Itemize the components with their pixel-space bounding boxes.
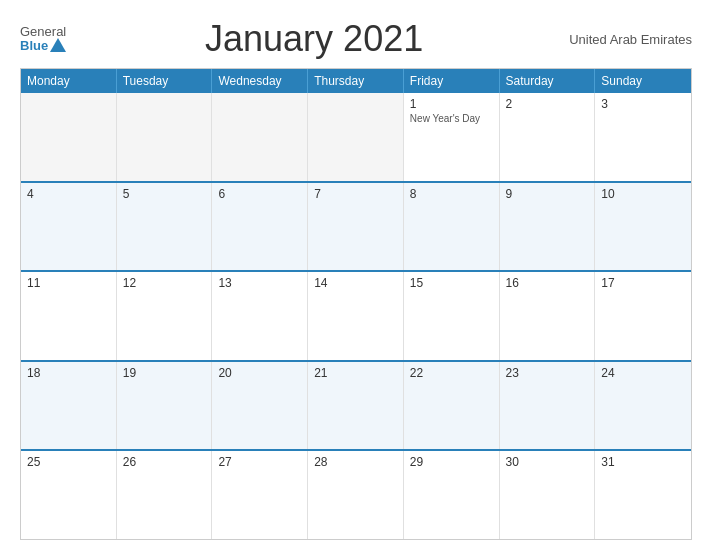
day-number: 16 [506,276,589,290]
day-number: 23 [506,366,589,380]
weekday-header-sunday: Sunday [595,69,691,93]
calendar-day-16: 16 [500,272,596,360]
calendar-week-5: 25262728293031 [21,449,691,539]
day-number: 18 [27,366,110,380]
calendar-day-4: 4 [21,183,117,271]
day-number: 28 [314,455,397,469]
calendar-day-31: 31 [595,451,691,539]
day-number: 14 [314,276,397,290]
calendar-day-25: 25 [21,451,117,539]
calendar-day-22: 22 [404,362,500,450]
calendar-week-1: 1New Year's Day23 [21,93,691,181]
day-number: 4 [27,187,110,201]
day-number: 13 [218,276,301,290]
calendar-week-3: 11121314151617 [21,270,691,360]
day-number: 27 [218,455,301,469]
calendar-week-2: 45678910 [21,181,691,271]
calendar-day-19: 19 [117,362,213,450]
day-number: 6 [218,187,301,201]
day-number: 11 [27,276,110,290]
calendar-day-3: 3 [595,93,691,181]
day-number: 2 [506,97,589,111]
day-number: 25 [27,455,110,469]
weekday-header-tuesday: Tuesday [117,69,213,93]
calendar-day-5: 5 [117,183,213,271]
weekday-header-friday: Friday [404,69,500,93]
header: General Blue January 2021 United Arab Em… [20,18,692,60]
day-number: 31 [601,455,685,469]
calendar-body: 1New Year's Day2345678910111213141516171… [21,93,691,539]
day-number: 29 [410,455,493,469]
calendar-day-11: 11 [21,272,117,360]
day-number: 30 [506,455,589,469]
calendar-day-empty-3 [308,93,404,181]
calendar-day-23: 23 [500,362,596,450]
calendar-day-20: 20 [212,362,308,450]
calendar-day-empty-1 [117,93,213,181]
calendar-day-6: 6 [212,183,308,271]
calendar-day-29: 29 [404,451,500,539]
calendar-day-empty-2 [212,93,308,181]
day-number: 17 [601,276,685,290]
calendar-page: General Blue January 2021 United Arab Em… [0,0,712,550]
day-number: 20 [218,366,301,380]
day-number: 8 [410,187,493,201]
calendar-day-7: 7 [308,183,404,271]
calendar-day-24: 24 [595,362,691,450]
day-number: 5 [123,187,206,201]
day-number: 3 [601,97,685,111]
calendar-day-14: 14 [308,272,404,360]
calendar-header: MondayTuesdayWednesdayThursdayFridaySatu… [21,69,691,93]
day-number: 21 [314,366,397,380]
calendar-day-10: 10 [595,183,691,271]
day-number: 9 [506,187,589,201]
calendar-day-28: 28 [308,451,404,539]
calendar-day-empty-0 [21,93,117,181]
day-number: 26 [123,455,206,469]
weekday-header-saturday: Saturday [500,69,596,93]
logo-triangle-icon [50,38,66,52]
calendar-day-2: 2 [500,93,596,181]
day-number: 10 [601,187,685,201]
calendar-day-17: 17 [595,272,691,360]
calendar-day-21: 21 [308,362,404,450]
day-number: 24 [601,366,685,380]
calendar-day-8: 8 [404,183,500,271]
day-number: 12 [123,276,206,290]
day-number: 15 [410,276,493,290]
weekday-header-thursday: Thursday [308,69,404,93]
country-label: United Arab Emirates [562,32,692,47]
calendar-day-15: 15 [404,272,500,360]
calendar-title: January 2021 [66,18,562,60]
calendar-week-4: 18192021222324 [21,360,691,450]
calendar-day-27: 27 [212,451,308,539]
calendar-day-9: 9 [500,183,596,271]
day-number: 1 [410,97,493,111]
calendar-grid: MondayTuesdayWednesdayThursdayFridaySatu… [20,68,692,540]
day-number: 19 [123,366,206,380]
calendar-day-13: 13 [212,272,308,360]
calendar-day-18: 18 [21,362,117,450]
day-number: 7 [314,187,397,201]
day-number: 22 [410,366,493,380]
weekday-header-wednesday: Wednesday [212,69,308,93]
logo-blue-text: Blue [20,39,48,52]
calendar-day-1: 1New Year's Day [404,93,500,181]
calendar-day-26: 26 [117,451,213,539]
holiday-label: New Year's Day [410,113,493,125]
calendar-day-30: 30 [500,451,596,539]
logo: General Blue [20,25,66,53]
weekday-header-monday: Monday [21,69,117,93]
calendar-day-12: 12 [117,272,213,360]
logo-general-text: General [20,25,66,38]
